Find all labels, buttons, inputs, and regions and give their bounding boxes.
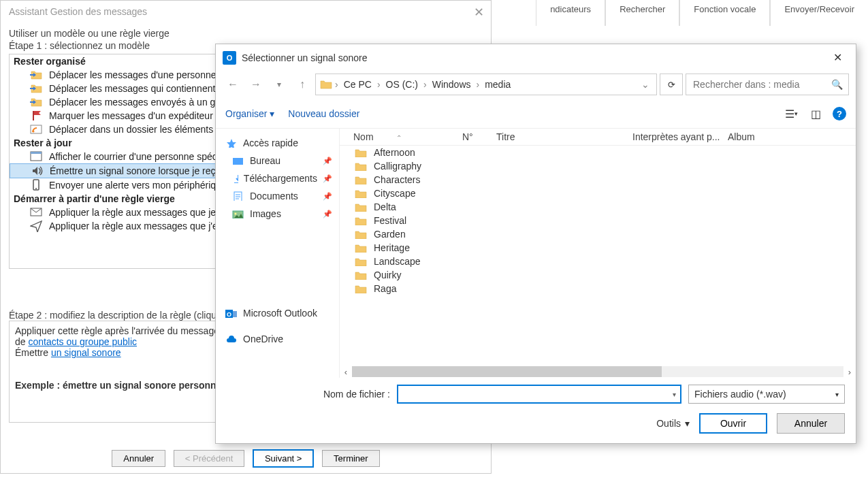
newfolder-button[interactable]: Nouveau dossier [288, 108, 359, 119]
folder-name: Calligraphy [374, 161, 421, 172]
wizard-cancel-button[interactable]: Annuler [112, 450, 165, 467]
breadcrumb-bar[interactable]: › Ce PC › OS (C:) › Windows › media ⌄ [315, 74, 657, 95]
wizard-close-button[interactable]: ✕ [474, 5, 484, 20]
col-header-artist[interactable]: Interprètes ayant p... [632, 131, 728, 142]
ribbon-tab-voice[interactable]: Fonction vocale [679, 0, 770, 26]
dialog-header: O Sélectionner un signal sonore ✕ [216, 44, 856, 71]
folder-item[interactable]: Landscape [340, 255, 856, 268]
open-button[interactable]: Ouvrir [699, 413, 767, 434]
link-contacts[interactable]: contacts ou groupe public [28, 336, 137, 347]
link-sound[interactable]: un signal sonore [51, 347, 121, 358]
folder-item[interactable]: Delta [340, 200, 856, 214]
folder-name: Delta [374, 201, 396, 212]
chevron-down-icon: ▾ [270, 108, 274, 119]
folder-item[interactable]: Festival [340, 214, 856, 227]
breadcrumb-os[interactable]: OS (C:) [383, 79, 421, 90]
navigation-pane: Accès rapide Bureau📌 Téléchargements📌 Do… [216, 129, 340, 378]
tools-dropdown[interactable]: Outils▾ [656, 418, 690, 429]
search-icon[interactable]: 🔍 [831, 79, 843, 90]
folder-name: Quirky [374, 270, 401, 280]
col-header-name[interactable]: Nom ⌃ [340, 131, 462, 142]
breadcrumb-dropdown[interactable]: ⌄ [639, 79, 652, 90]
scroll-left-button[interactable]: ‹ [340, 367, 352, 377]
col-header-title[interactable]: Titre [496, 131, 632, 142]
wizard-next-button[interactable]: Suivant > [253, 449, 315, 468]
column-headers: Nom ⌃ N° Titre Interprètes ayant p... Al… [340, 129, 856, 146]
filetype-filter[interactable]: Fichiers audio (*.wav) ▾ [688, 385, 845, 404]
folder-item[interactable]: Calligraphy [340, 159, 856, 173]
cancel-button[interactable]: Annuler [777, 413, 845, 434]
breadcrumb-media[interactable]: media [482, 79, 513, 90]
col-header-num[interactable]: N° [462, 131, 496, 142]
folder-item[interactable]: Quirky [340, 268, 856, 282]
sort-indicator-icon: ⌃ [396, 134, 402, 142]
ribbon-tabs: ndicateurs Rechercher Fonction vocale En… [536, 0, 868, 26]
folder-item[interactable]: Heritage [340, 241, 856, 255]
folder-name: Festival [374, 215, 406, 226]
filename-input[interactable] [402, 388, 676, 400]
nav-back-button[interactable]: ← [223, 74, 243, 95]
nav-downloads[interactable]: Téléchargements📌 [216, 169, 339, 187]
folder-icon [355, 243, 367, 253]
wizard-finish-button[interactable]: Terminer [322, 450, 380, 467]
folder-icon [355, 216, 367, 225]
scroll-thumb[interactable] [352, 366, 662, 377]
horizontal-scrollbar[interactable]: ‹ › [340, 366, 856, 378]
help-button[interactable]: ? [833, 107, 846, 120]
nav-recent-dropdown[interactable]: ▾ [269, 74, 289, 95]
folder-icon [355, 257, 367, 266]
dialog-close-button[interactable]: ✕ [826, 48, 849, 67]
wizard-instruction-1: Utiliser un modèle ou une règle vierge [9, 28, 483, 39]
preview-pane-button[interactable]: ◫ [808, 106, 823, 121]
nav-quick-access[interactable]: Accès rapide [216, 134, 339, 152]
folder-item[interactable]: Cityscape [340, 187, 856, 200]
scroll-track[interactable] [352, 366, 843, 377]
wizard-button-row: Annuler < Précédent Suivant > Terminer [1, 449, 491, 468]
folder-icon [320, 79, 332, 90]
folder-name: Cityscape [374, 188, 415, 199]
chevron-down-icon: ▾ [685, 418, 690, 429]
ribbon-tab-search[interactable]: Rechercher [605, 0, 679, 26]
scroll-right-button[interactable]: › [843, 367, 856, 377]
refresh-button[interactable]: ⟳ [660, 74, 683, 95]
file-list[interactable]: AfternoonCalligraphyCharactersCityscapeD… [340, 146, 856, 366]
folder-icon [355, 202, 367, 212]
pin-icon: 📌 [323, 192, 332, 201]
search-input[interactable] [692, 78, 831, 91]
filename-combobox[interactable]: ▾ [397, 385, 681, 404]
folder-icon [355, 284, 367, 293]
nav-images[interactable]: Images📌 [216, 205, 339, 223]
nav-forward-button[interactable]: → [246, 74, 266, 95]
folder-item[interactable]: Garden [340, 227, 856, 241]
view-mode-button[interactable]: ☰▾ [784, 106, 799, 121]
folder-name: Heritage [374, 242, 410, 253]
folder-item[interactable]: Raga [340, 282, 856, 295]
col-header-album[interactable]: Album [728, 131, 856, 142]
wizard-title: Assistant Gestion des messages [1, 1, 491, 22]
folder-item[interactable]: Afternoon [340, 146, 856, 159]
dialog-title: Sélectionner un signal sonore [242, 52, 821, 63]
ribbon-tab-indicators[interactable]: ndicateurs [536, 0, 605, 26]
file-open-dialog: O Sélectionner un signal sonore ✕ ← → ▾ … [215, 44, 856, 444]
organize-button[interactable]: Organiser ▾ [225, 108, 274, 119]
nav-up-button[interactable]: ↑ [292, 74, 312, 95]
pin-icon: 📌 [323, 210, 332, 218]
file-toolbar: Organiser ▾ Nouveau dossier ☰▾ ◫ ? [216, 102, 856, 129]
file-list-pane: Nom ⌃ N° Titre Interprètes ayant p... Al… [340, 129, 856, 378]
folder-name: Afternoon [374, 147, 415, 158]
breadcrumb-thispc[interactable]: Ce PC [341, 79, 374, 90]
ribbon-tab-sendreceive[interactable]: Envoyer/Recevoir [770, 0, 868, 26]
nav-outlook[interactable]: Microsoft Outlook [216, 304, 339, 322]
outlook-icon: O [223, 51, 236, 65]
wizard-previous-button: < Précédent [174, 450, 244, 467]
nav-onedrive[interactable]: OneDrive [216, 330, 339, 348]
search-box[interactable]: 🔍 [686, 74, 849, 95]
filename-dropdown-button[interactable]: ▾ [673, 391, 676, 398]
folder-item[interactable]: Characters [340, 173, 856, 187]
navigation-row: ← → ▾ ↑ › Ce PC › OS (C:) › Windows › me… [216, 71, 856, 102]
folder-name: Raga [374, 283, 396, 294]
nav-desktop[interactable]: Bureau📌 [216, 152, 339, 169]
breadcrumb-windows[interactable]: Windows [430, 79, 474, 90]
filename-label: Nom de fichier : [227, 389, 390, 400]
nav-documents[interactable]: Documents📌 [216, 187, 339, 205]
